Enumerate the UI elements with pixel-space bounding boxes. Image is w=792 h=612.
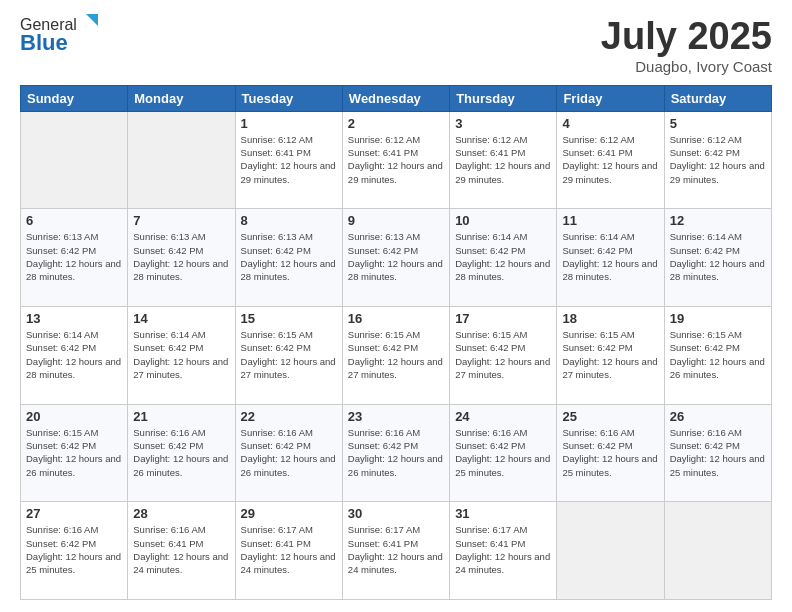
- calendar-cell: 19Sunrise: 6:15 AM Sunset: 6:42 PM Dayli…: [664, 307, 771, 405]
- day-number: 2: [348, 116, 444, 131]
- day-number: 8: [241, 213, 337, 228]
- day-info: Sunrise: 6:12 AM Sunset: 6:41 PM Dayligh…: [348, 133, 444, 186]
- calendar-day-header: Monday: [128, 85, 235, 111]
- calendar-cell: [557, 502, 664, 600]
- calendar-day-header: Thursday: [450, 85, 557, 111]
- calendar-header-row: SundayMondayTuesdayWednesdayThursdayFrid…: [21, 85, 772, 111]
- day-info: Sunrise: 6:12 AM Sunset: 6:41 PM Dayligh…: [562, 133, 658, 186]
- day-info: Sunrise: 6:12 AM Sunset: 6:41 PM Dayligh…: [241, 133, 337, 186]
- calendar-title: July 2025: [601, 16, 772, 58]
- day-number: 4: [562, 116, 658, 131]
- calendar-cell: [128, 111, 235, 209]
- logo: General Blue: [20, 16, 100, 56]
- day-number: 26: [670, 409, 766, 424]
- calendar-cell: 17Sunrise: 6:15 AM Sunset: 6:42 PM Dayli…: [450, 307, 557, 405]
- calendar-cell: 13Sunrise: 6:14 AM Sunset: 6:42 PM Dayli…: [21, 307, 128, 405]
- calendar-cell: 23Sunrise: 6:16 AM Sunset: 6:42 PM Dayli…: [342, 404, 449, 502]
- calendar-week-row: 13Sunrise: 6:14 AM Sunset: 6:42 PM Dayli…: [21, 307, 772, 405]
- day-number: 20: [26, 409, 122, 424]
- calendar-cell: 9Sunrise: 6:13 AM Sunset: 6:42 PM Daylig…: [342, 209, 449, 307]
- calendar-day-header: Wednesday: [342, 85, 449, 111]
- logo-icon: [78, 12, 100, 34]
- calendar-cell: 3Sunrise: 6:12 AM Sunset: 6:41 PM Daylig…: [450, 111, 557, 209]
- calendar-cell: 8Sunrise: 6:13 AM Sunset: 6:42 PM Daylig…: [235, 209, 342, 307]
- calendar-cell: 28Sunrise: 6:16 AM Sunset: 6:41 PM Dayli…: [128, 502, 235, 600]
- day-number: 22: [241, 409, 337, 424]
- calendar-day-header: Sunday: [21, 85, 128, 111]
- calendar-cell: 30Sunrise: 6:17 AM Sunset: 6:41 PM Dayli…: [342, 502, 449, 600]
- day-info: Sunrise: 6:14 AM Sunset: 6:42 PM Dayligh…: [670, 230, 766, 283]
- calendar-cell: 25Sunrise: 6:16 AM Sunset: 6:42 PM Dayli…: [557, 404, 664, 502]
- day-info: Sunrise: 6:15 AM Sunset: 6:42 PM Dayligh…: [26, 426, 122, 479]
- day-number: 29: [241, 506, 337, 521]
- page-header: General Blue July 2025 Duagbo, Ivory Coa…: [20, 16, 772, 75]
- calendar-cell: 2Sunrise: 6:12 AM Sunset: 6:41 PM Daylig…: [342, 111, 449, 209]
- day-info: Sunrise: 6:17 AM Sunset: 6:41 PM Dayligh…: [348, 523, 444, 576]
- calendar-cell: 20Sunrise: 6:15 AM Sunset: 6:42 PM Dayli…: [21, 404, 128, 502]
- day-number: 28: [133, 506, 229, 521]
- calendar-location: Duagbo, Ivory Coast: [601, 58, 772, 75]
- calendar-cell: 26Sunrise: 6:16 AM Sunset: 6:42 PM Dayli…: [664, 404, 771, 502]
- calendar-cell: 10Sunrise: 6:14 AM Sunset: 6:42 PM Dayli…: [450, 209, 557, 307]
- calendar-cell: 29Sunrise: 6:17 AM Sunset: 6:41 PM Dayli…: [235, 502, 342, 600]
- svg-marker-0: [86, 14, 98, 26]
- calendar-cell: 6Sunrise: 6:13 AM Sunset: 6:42 PM Daylig…: [21, 209, 128, 307]
- day-number: 23: [348, 409, 444, 424]
- calendar-cell: 31Sunrise: 6:17 AM Sunset: 6:41 PM Dayli…: [450, 502, 557, 600]
- day-number: 30: [348, 506, 444, 521]
- title-area: July 2025 Duagbo, Ivory Coast: [601, 16, 772, 75]
- calendar-cell: 16Sunrise: 6:15 AM Sunset: 6:42 PM Dayli…: [342, 307, 449, 405]
- day-number: 27: [26, 506, 122, 521]
- calendar-cell: 12Sunrise: 6:14 AM Sunset: 6:42 PM Dayli…: [664, 209, 771, 307]
- calendar-cell: [21, 111, 128, 209]
- day-number: 31: [455, 506, 551, 521]
- calendar-cell: 15Sunrise: 6:15 AM Sunset: 6:42 PM Dayli…: [235, 307, 342, 405]
- calendar-cell: 22Sunrise: 6:16 AM Sunset: 6:42 PM Dayli…: [235, 404, 342, 502]
- day-info: Sunrise: 6:16 AM Sunset: 6:42 PM Dayligh…: [562, 426, 658, 479]
- day-info: Sunrise: 6:17 AM Sunset: 6:41 PM Dayligh…: [241, 523, 337, 576]
- day-number: 6: [26, 213, 122, 228]
- calendar-cell: 21Sunrise: 6:16 AM Sunset: 6:42 PM Dayli…: [128, 404, 235, 502]
- day-info: Sunrise: 6:12 AM Sunset: 6:41 PM Dayligh…: [455, 133, 551, 186]
- calendar-cell: 24Sunrise: 6:16 AM Sunset: 6:42 PM Dayli…: [450, 404, 557, 502]
- day-number: 18: [562, 311, 658, 326]
- calendar-day-header: Tuesday: [235, 85, 342, 111]
- calendar-day-header: Saturday: [664, 85, 771, 111]
- day-info: Sunrise: 6:14 AM Sunset: 6:42 PM Dayligh…: [133, 328, 229, 381]
- day-info: Sunrise: 6:15 AM Sunset: 6:42 PM Dayligh…: [241, 328, 337, 381]
- day-number: 13: [26, 311, 122, 326]
- day-number: 21: [133, 409, 229, 424]
- calendar-week-row: 27Sunrise: 6:16 AM Sunset: 6:42 PM Dayli…: [21, 502, 772, 600]
- day-number: 25: [562, 409, 658, 424]
- day-number: 16: [348, 311, 444, 326]
- calendar-cell: 4Sunrise: 6:12 AM Sunset: 6:41 PM Daylig…: [557, 111, 664, 209]
- day-info: Sunrise: 6:14 AM Sunset: 6:42 PM Dayligh…: [455, 230, 551, 283]
- day-info: Sunrise: 6:15 AM Sunset: 6:42 PM Dayligh…: [670, 328, 766, 381]
- day-number: 24: [455, 409, 551, 424]
- day-info: Sunrise: 6:13 AM Sunset: 6:42 PM Dayligh…: [26, 230, 122, 283]
- day-number: 3: [455, 116, 551, 131]
- day-number: 12: [670, 213, 766, 228]
- day-info: Sunrise: 6:16 AM Sunset: 6:42 PM Dayligh…: [241, 426, 337, 479]
- day-number: 9: [348, 213, 444, 228]
- calendar-cell: 27Sunrise: 6:16 AM Sunset: 6:42 PM Dayli…: [21, 502, 128, 600]
- day-number: 14: [133, 311, 229, 326]
- day-number: 1: [241, 116, 337, 131]
- day-number: 11: [562, 213, 658, 228]
- calendar-day-header: Friday: [557, 85, 664, 111]
- day-info: Sunrise: 6:14 AM Sunset: 6:42 PM Dayligh…: [562, 230, 658, 283]
- day-info: Sunrise: 6:12 AM Sunset: 6:42 PM Dayligh…: [670, 133, 766, 186]
- logo-blue-text: Blue: [20, 30, 68, 56]
- day-info: Sunrise: 6:17 AM Sunset: 6:41 PM Dayligh…: [455, 523, 551, 576]
- calendar-cell: 1Sunrise: 6:12 AM Sunset: 6:41 PM Daylig…: [235, 111, 342, 209]
- calendar-cell: [664, 502, 771, 600]
- calendar-cell: 14Sunrise: 6:14 AM Sunset: 6:42 PM Dayli…: [128, 307, 235, 405]
- day-info: Sunrise: 6:15 AM Sunset: 6:42 PM Dayligh…: [348, 328, 444, 381]
- day-info: Sunrise: 6:16 AM Sunset: 6:41 PM Dayligh…: [133, 523, 229, 576]
- day-info: Sunrise: 6:16 AM Sunset: 6:42 PM Dayligh…: [26, 523, 122, 576]
- calendar-cell: 5Sunrise: 6:12 AM Sunset: 6:42 PM Daylig…: [664, 111, 771, 209]
- day-number: 5: [670, 116, 766, 131]
- calendar-cell: 11Sunrise: 6:14 AM Sunset: 6:42 PM Dayli…: [557, 209, 664, 307]
- calendar-cell: 7Sunrise: 6:13 AM Sunset: 6:42 PM Daylig…: [128, 209, 235, 307]
- day-number: 10: [455, 213, 551, 228]
